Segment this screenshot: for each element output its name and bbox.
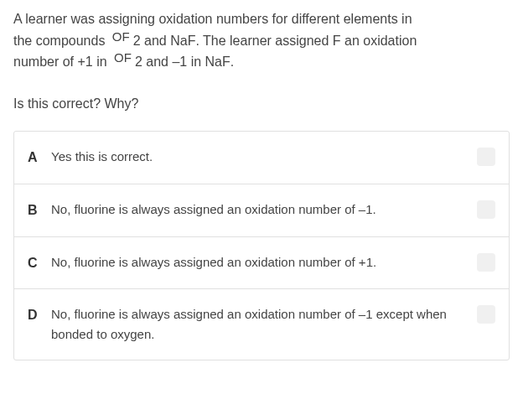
stem-line3-b: and –1 in	[142, 51, 205, 73]
formula-of2-1: OF	[112, 30, 130, 43]
formula-naf-2: NaF	[205, 51, 230, 73]
option-checkbox[interactable]	[477, 200, 495, 219]
options-container: A Yes this is correct. B No, fluorine is…	[13, 131, 510, 360]
stem-line3-a: number of +1 in	[13, 51, 111, 73]
option-checkbox[interactable]	[477, 148, 495, 166]
option-text: Yes this is correct.	[51, 147, 477, 167]
option-text: No, fluorine is always assigned an oxida…	[51, 252, 477, 272]
option-letter: A	[28, 147, 51, 169]
stem-line3-c: .	[230, 51, 234, 73]
option-d[interactable]: D No, fluorine is always assigned an oxi…	[14, 289, 509, 360]
option-text: No, fluorine is always assigned an oxida…	[51, 304, 477, 345]
question-stem: A learner was assigning oxidation number…	[13, 8, 510, 73]
stem-line2-a: the compounds	[13, 30, 109, 52]
option-b[interactable]: B No, fluorine is always assigned an oxi…	[14, 184, 509, 237]
option-c[interactable]: C No, fluorine is always assigned an oxi…	[14, 237, 509, 290]
formula-of2-2: OF	[114, 51, 132, 64]
option-text: No, fluorine is always assigned an oxida…	[51, 200, 477, 220]
option-checkbox[interactable]	[477, 253, 495, 272]
question-prompt: Is this correct? Why?	[13, 93, 510, 115]
option-letter: B	[28, 200, 51, 221]
formula-naf-1: NaF	[170, 30, 195, 52]
stem-line2-c: . The learner assigned F an oxidation	[195, 30, 417, 52]
option-letter: C	[28, 252, 51, 274]
option-checkbox[interactable]	[477, 305, 495, 324]
stem-line2-b: and	[141, 30, 171, 52]
option-letter: D	[28, 304, 51, 326]
stem-line1: A learner was assigning oxidation number…	[13, 8, 412, 30]
option-a[interactable]: A Yes this is correct.	[14, 132, 509, 184]
